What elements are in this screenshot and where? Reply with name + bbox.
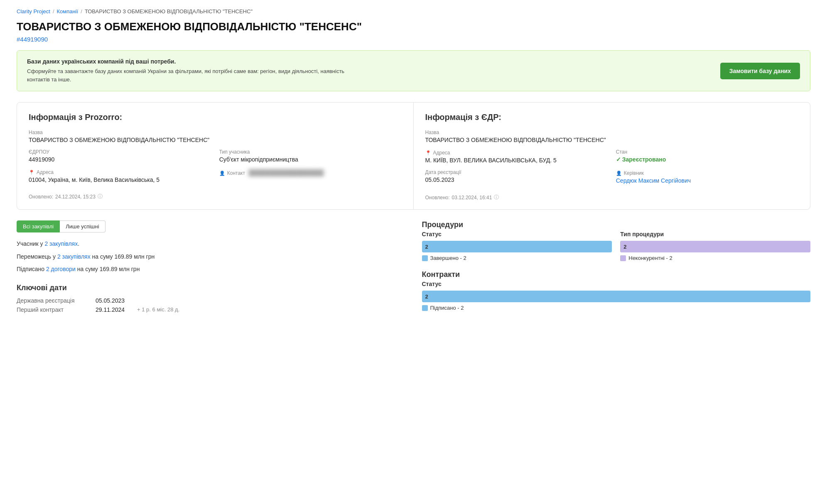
- check-icon: ✓: [616, 156, 621, 163]
- date-row-1: Перший контракт 29.11.2024 + 1 р. 6 міс.…: [17, 306, 405, 313]
- breadcrumb-sep1: /: [53, 8, 54, 15]
- order-database-button[interactable]: Замовити базу даних: [720, 63, 800, 79]
- breadcrumb: Clarity Project / Компанії / ТОВАРИСТВО …: [17, 8, 810, 15]
- prozorro-row-address-contact: Адреса 01004, Україна, м. Київ, Велика В…: [29, 169, 402, 189]
- prozorro-updated: Оновлено: 24.12.2024, 15:23 ⓘ: [29, 193, 402, 200]
- bottom-grid: Всі закупівлі Лише успішні Учасник у 2 з…: [17, 220, 810, 320]
- legend-dot-blue-status: [422, 255, 428, 261]
- prozorro-edrpou-value: 44919090: [29, 156, 211, 163]
- legend-dot-blue-contracts: [422, 305, 428, 311]
- info-grid: Інформація з Prozorro: Назва ТОВАРИСТВО …: [17, 102, 810, 210]
- edr-manager-label: Керівник: [616, 170, 644, 176]
- prozorro-edrpou-label: ЄДРПОУ: [29, 149, 211, 155]
- procedures-status-title: Статус: [422, 231, 612, 237]
- prozorro-type-field: Тип учасника Суб'єкт мікропідприємництва: [219, 149, 402, 163]
- date-label-1: Перший контракт: [17, 306, 83, 313]
- prozorro-name-label: Назва: [29, 130, 402, 135]
- promo-banner: Бази даних українських компаній під ваші…: [17, 50, 810, 91]
- key-dates-section: Ключові дати Державна реєстрація 05.05.2…: [17, 284, 405, 313]
- stat-participant: Учасник у 2 закупівлях.: [17, 239, 405, 248]
- edr-updated: Оновлено: 03.12.2024, 16:41 ⓘ: [425, 194, 799, 201]
- date-row-0: Державна реєстрація 05.05.2023: [17, 297, 405, 304]
- procedures-charts: Статус 2 Завершено - 2 Тип про: [422, 231, 811, 261]
- edr-row-address-state: Адреса М. КИЇВ, ВУЛ. ВЕЛИКА ВАСИЛЬКІВСЬК…: [425, 149, 799, 169]
- stat-winner: Переможець у 2 закупівлях на суму 169.89…: [17, 252, 405, 261]
- edr-address-label: Адреса: [425, 150, 450, 156]
- edr-title: Інформація з ЄДР:: [425, 113, 799, 122]
- prozorro-contact-field: Контакт ██████████████████: [219, 169, 402, 183]
- tab-success[interactable]: Лише успішні: [60, 220, 105, 232]
- legend-dot-purple-type: [620, 255, 626, 261]
- info-icon: ⓘ: [98, 193, 103, 200]
- person-icon-edr: [616, 170, 622, 176]
- edr-panel: Інформація з ЄДР: Назва ТОВАРИСТВО З ОБМ…: [414, 103, 810, 209]
- contracts-title: Контракти: [422, 270, 811, 279]
- tab-all[interactable]: Всі закупівлі: [17, 220, 60, 232]
- procedures-status-fill: 2: [422, 241, 612, 252]
- banner-desc: Сформуйте та завантажте базу даних компа…: [27, 67, 368, 83]
- edr-manager-value: Сердюк Максим Сергійович: [616, 177, 798, 184]
- procedures-type-fill: 2: [620, 241, 810, 252]
- date-val-0: 05.05.2023: [96, 297, 125, 304]
- breadcrumb-sep2: /: [81, 8, 82, 15]
- procedures-status-track: 2: [422, 241, 612, 252]
- edr-regdate-field: Дата реєстрації 05.05.2023: [425, 169, 608, 184]
- edr-name-field: Назва ТОВАРИСТВО З ОБМЕЖЕНОЮ ВІДПОВІДАЛЬ…: [425, 130, 799, 143]
- edr-address-field: Адреса М. КИЇВ, ВУЛ. ВЕЛИКА ВАСИЛЬКІВСЬК…: [425, 149, 608, 164]
- edr-state-value: ✓Зареєстровано: [616, 156, 798, 163]
- stat-signed: Підписано 2 договори на суму 169.89 млн …: [17, 264, 405, 274]
- procedures-type-bar-wrap: 2: [620, 241, 810, 252]
- breadcrumb-home[interactable]: Clarity Project: [17, 8, 50, 15]
- edr-row-regdate-manager: Дата реєстрації 05.05.2023 Керівник Серд…: [425, 169, 799, 190]
- procedures-status-col: Статус 2 Завершено - 2: [422, 231, 612, 261]
- banner-title: Бази даних українських компаній під ваші…: [27, 58, 368, 65]
- procedures-type-track: 2: [620, 241, 810, 252]
- prozorro-title: Інформація з Prozorro:: [29, 113, 402, 122]
- page-title: ТОВАРИСТВО З ОБМЕЖЕНОЮ ВІДПОВІДАЛЬНІСТЮ …: [17, 20, 810, 33]
- edr-state-label: Стан: [616, 149, 798, 155]
- banner-text: Бази даних українських компаній під ваші…: [27, 58, 368, 83]
- edr-name-value: ТОВАРИСТВО З ОБМЕЖЕНОЮ ВІДПОВІДАЛЬНІСТЮ …: [425, 137, 799, 143]
- prozorro-address-value: 01004, Україна, м. Київ, Велика Василькі…: [29, 176, 211, 183]
- edr-manager-field: Керівник Сердюк Максим Сергійович: [616, 169, 798, 184]
- contracts-status-fill: 2: [422, 291, 811, 302]
- pin-icon: [29, 169, 34, 175]
- prozorro-type-label: Тип учасника: [219, 149, 402, 155]
- breadcrumb-current: ТОВАРИСТВО З ОБМЕЖЕНОЮ ВІДПОВІДАЛЬНІСТЮ …: [85, 8, 253, 15]
- page-id-link[interactable]: #44919090: [17, 36, 810, 43]
- right-column: Процедури Статус 2 Завершено - 2: [422, 220, 811, 320]
- edr-state-field: Стан ✓Зареєстровано: [616, 149, 798, 164]
- prozorro-contact-value: ██████████████████: [247, 169, 326, 177]
- prozorro-edrpou-field: ЄДРПОУ 44919090: [29, 149, 211, 163]
- breadcrumb-companies[interactable]: Компанії: [57, 8, 79, 15]
- procedures-type-legend: Неконкурентні - 2: [620, 255, 810, 261]
- date-extra-1: + 1 р. 6 міс. 28 д.: [137, 306, 179, 313]
- procedures-section: Процедури Статус 2 Завершено - 2: [422, 220, 811, 261]
- person-icon: [219, 170, 225, 176]
- prozorro-type-value: Суб'єкт мікропідприємництва: [219, 156, 402, 163]
- procedures-status-legend: Завершено - 2: [422, 255, 612, 261]
- contracts-section: Контракти Статус 2 Підписано - 2: [422, 270, 811, 311]
- prozorro-panel: Інформація з Prozorro: Назва ТОВАРИСТВО …: [17, 103, 414, 209]
- edr-regdate-label: Дата реєстрації: [425, 169, 608, 175]
- left-column: Всі закупівлі Лише успішні Учасник у 2 з…: [17, 220, 405, 320]
- prozorro-contact-label: Контакт: [219, 170, 245, 176]
- contracts-status-track: 2: [422, 291, 811, 302]
- procedures-title: Процедури: [422, 220, 811, 229]
- contracts-status-bar-wrap: 2: [422, 291, 811, 302]
- prozorro-row-edrpou-type: ЄДРПОУ 44919090 Тип учасника Суб'єкт мік…: [29, 149, 402, 169]
- date-label-0: Державна реєстрація: [17, 297, 83, 304]
- procedures-type-title: Тип процедури: [620, 231, 810, 237]
- date-val-1: 29.11.2024: [96, 306, 125, 313]
- procedures-status-bar-wrap: 2: [422, 241, 612, 252]
- procedures-type-col: Тип процедури 2 Неконкурентні - 2: [620, 231, 810, 261]
- prozorro-address-label: Адреса: [29, 169, 54, 175]
- edr-address-value: М. КИЇВ, ВУЛ. ВЕЛИКА ВАСИЛЬКІВСЬКА, БУД.…: [425, 157, 608, 164]
- edr-name-label: Назва: [425, 130, 799, 135]
- contracts-status-title: Статус: [422, 281, 811, 287]
- tab-buttons: Всі закупівлі Лише успішні: [17, 220, 405, 232]
- edr-regdate-value: 05.05.2023: [425, 176, 608, 183]
- prozorro-name-field: Назва ТОВАРИСТВО З ОБМЕЖЕНОЮ ВІДПОВІДАЛЬ…: [29, 130, 402, 143]
- prozorro-name-value: ТОВАРИСТВО З ОБМЕЖЕНОЮ ВІДПОВІДАЛЬНІСТЮ …: [29, 137, 402, 143]
- key-dates-title: Ключові дати: [17, 284, 405, 292]
